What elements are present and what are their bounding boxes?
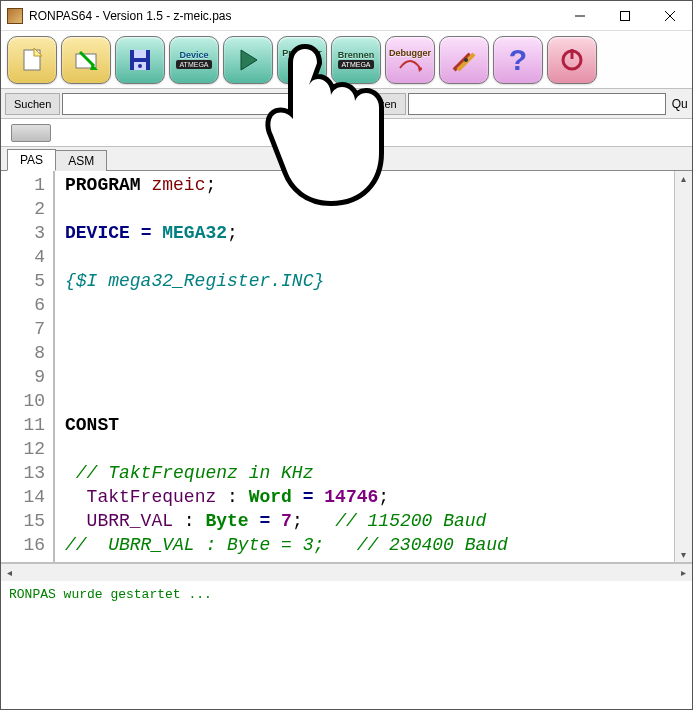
scroll-up-icon[interactable]: ▴ [679, 171, 688, 186]
device-button[interactable]: Device ATMEGA [169, 36, 219, 84]
power-button[interactable] [547, 36, 597, 84]
help-button[interactable]: ? [493, 36, 543, 84]
replace-input[interactable] [408, 93, 666, 115]
power-icon [558, 46, 586, 74]
vertical-scrollbar[interactable]: ▴ ▾ [674, 171, 692, 562]
scroll-down-icon[interactable]: ▾ [679, 547, 688, 562]
svg-rect-6 [76, 54, 96, 68]
svg-line-7 [80, 52, 94, 66]
open-folder-icon [72, 46, 100, 74]
pliers-icon [450, 46, 478, 74]
output-console: RONPAS wurde gestartet ... [1, 581, 692, 701]
titlebar: RONPAS64 - Version 1.5 - z-meic.pas [1, 1, 692, 31]
status-row [1, 119, 692, 147]
code-area[interactable]: PROGRAM zmeic; DEVICE = MEGA32; {$I mega… [55, 171, 674, 562]
prommer-button[interactable]: Prommer [277, 36, 327, 84]
search-button[interactable]: Suchen [5, 93, 60, 115]
play-icon [235, 47, 261, 73]
window-title: RONPAS64 - Version 1.5 - z-meic.pas [29, 9, 557, 23]
svg-point-12 [138, 64, 142, 68]
svg-rect-1 [620, 11, 629, 20]
replace-button[interactable]: Ersetzen [344, 93, 405, 115]
debug-icon [398, 58, 422, 72]
tab-pas[interactable]: PAS [7, 149, 56, 171]
svg-rect-11 [134, 62, 146, 70]
svg-rect-9 [130, 50, 150, 70]
search-input[interactable] [62, 93, 342, 115]
run-button[interactable] [223, 36, 273, 84]
open-button[interactable] [61, 36, 111, 84]
prommer-label: Prommer [282, 48, 322, 58]
minimize-button[interactable] [557, 1, 602, 30]
tab-row: PAS ASM [1, 147, 692, 171]
new-file-icon [18, 46, 46, 74]
svg-point-19 [563, 51, 581, 69]
svg-marker-15 [418, 67, 422, 72]
svg-rect-14 [294, 60, 310, 70]
brennen-label: Brennen [338, 50, 375, 60]
toolbar: Device ATMEGA Prommer Brennen ATMEGA Deb… [1, 31, 692, 89]
brennen-sub-label: ATMEGA [338, 60, 373, 69]
tab-asm[interactable]: ASM [55, 150, 107, 171]
line-number-gutter: 12345678910111213141516 [1, 171, 55, 562]
scroll-right-icon[interactable]: ▸ [677, 567, 690, 578]
tools-button[interactable] [439, 36, 489, 84]
svg-rect-4 [24, 50, 40, 70]
chip-icon [292, 58, 312, 72]
new-button[interactable] [7, 36, 57, 84]
debugger-button[interactable]: Debugger [385, 36, 435, 84]
svg-line-17 [458, 54, 474, 70]
svg-line-16 [454, 54, 470, 70]
svg-marker-8 [90, 64, 98, 70]
svg-point-18 [464, 58, 468, 62]
progress-bar [11, 124, 51, 142]
extra-label: Qu [672, 97, 688, 111]
floppy-disk-icon [126, 46, 154, 74]
save-button[interactable] [115, 36, 165, 84]
svg-marker-13 [241, 50, 257, 70]
question-icon: ? [509, 43, 527, 77]
console-line: RONPAS wurde gestartet ... [9, 587, 684, 602]
search-bar: Suchen Ersetzen Qu [1, 89, 692, 119]
code-editor[interactable]: 12345678910111213141516 PROGRAM zmeic; D… [1, 171, 692, 563]
svg-marker-5 [34, 48, 42, 56]
debugger-label: Debugger [389, 48, 431, 58]
device-label: Device [179, 50, 208, 60]
svg-rect-10 [134, 50, 146, 58]
maximize-button[interactable] [602, 1, 647, 30]
scroll-left-icon[interactable]: ◂ [3, 567, 16, 578]
app-icon [7, 8, 23, 24]
window-controls [557, 1, 692, 30]
horizontal-scrollbar[interactable]: ◂ ▸ [1, 563, 692, 581]
brennen-button[interactable]: Brennen ATMEGA [331, 36, 381, 84]
close-button[interactable] [647, 1, 692, 30]
device-sub-label: ATMEGA [176, 60, 211, 69]
